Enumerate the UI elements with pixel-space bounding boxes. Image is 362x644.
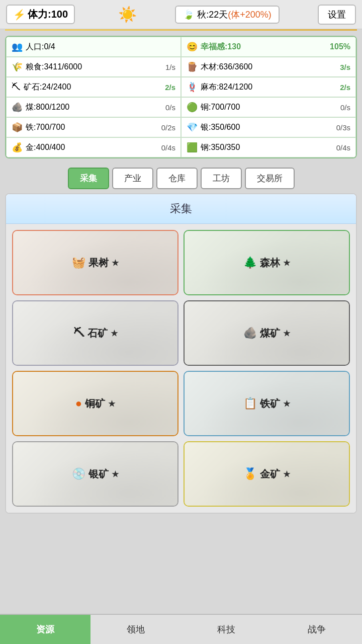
- card-copper[interactable]: ● 铜矿 ★: [12, 371, 178, 436]
- population-icon: 👥: [12, 41, 23, 52]
- population-value: 人口:0/4: [26, 42, 55, 52]
- card-iron[interactable]: 📋 铁矿 ★: [184, 371, 350, 436]
- yellow-divider: [5, 29, 357, 31]
- ore-value: 矿石:24/2400: [24, 82, 71, 93]
- copper-value: 铜:700/700: [201, 102, 240, 113]
- top-bar: ⚡ 体力 : 100 ☀️ 🍃 秋:22天 (体+200%) 设置: [0, 0, 362, 29]
- tab-bar: 采集 产业 仓库 工坊 交易所: [5, 168, 357, 189]
- forest-icon: 🌲: [243, 256, 257, 269]
- gold-card-icon: 🏅: [243, 467, 257, 480]
- bottom-nav: 资源 领地 科技 战争: [0, 614, 362, 644]
- season-bonus: (体+200%): [228, 9, 272, 21]
- iron-cell: 📦 铁:700/700 0/2s: [6, 117, 181, 137]
- silver-card-icon: 💿: [72, 467, 85, 480]
- coal-cell: 🪨 煤:800/1200 0/s: [6, 97, 181, 117]
- tab-exchange[interactable]: 交易所: [245, 168, 295, 189]
- main-content: 采集 🧺 果树 ★ 🌲 森林 ★ ⛏: [5, 193, 357, 514]
- wood-rate: 3/s: [340, 63, 350, 71]
- card-forest[interactable]: 🌲 森林 ★: [184, 230, 350, 295]
- happiness-icon: 😊: [187, 41, 198, 52]
- season-icon: 🍃: [183, 9, 194, 20]
- gold-value: 金:400/400: [26, 142, 65, 153]
- wood-cell: 🪵 木材:636/3600 3/s: [181, 57, 356, 77]
- cloth-cell: 🪢 麻布:824/1200 2/s: [181, 77, 356, 97]
- tab-industry[interactable]: 产业: [112, 168, 153, 189]
- silver-rate: 0/3s: [336, 123, 350, 132]
- card-copper-label: ● 铜矿 ★: [75, 397, 115, 411]
- copper-icon: 🟢: [187, 102, 198, 113]
- silver-value: 银:350/600: [201, 122, 240, 133]
- steel-icon: 🟩: [187, 142, 198, 153]
- ore-cell: ⛏ 矿石:24/2400 2/s: [6, 77, 181, 97]
- stamina-sep: :: [48, 9, 51, 20]
- wood-icon: 🪵: [187, 61, 198, 72]
- nav-resources[interactable]: 资源: [0, 615, 90, 644]
- food-icon: 🌾: [12, 61, 23, 72]
- tab-warehouse[interactable]: 仓库: [156, 168, 198, 189]
- tab-collect[interactable]: 采集: [68, 168, 109, 189]
- ore-icon: ⛏: [12, 82, 21, 93]
- coal-rate: 0/s: [165, 103, 175, 112]
- fruit-icon: 🧺: [72, 256, 85, 269]
- gold-rate: 0/4s: [161, 143, 175, 152]
- iron-icon: 📦: [12, 122, 23, 133]
- stats-panel: 👥 人口:0/4 😊 幸福感:130 105% 🌾 粮食:3411/6000 1…: [5, 36, 357, 158]
- coal-value: 煤:800/1200: [26, 102, 69, 113]
- iron-card-icon: 📋: [243, 397, 257, 410]
- cloth-icon: 🪢: [187, 82, 198, 93]
- cloth-value: 麻布:824/1200: [201, 82, 252, 93]
- iron-rate: 0/2s: [161, 123, 175, 132]
- stamina-label: 体力: [28, 8, 48, 21]
- steel-cell: 🟩 钢:350/350 0/4s: [181, 137, 356, 157]
- happiness-value: 幸福感:130: [201, 42, 241, 52]
- season-text: 秋:22天: [197, 9, 228, 21]
- cards-grid: 🧺 果树 ★ 🌲 森林 ★ ⛏ 石矿 ★: [6, 224, 356, 513]
- sun-icon: ☀️: [118, 6, 137, 23]
- copper-card-icon: ●: [75, 397, 82, 410]
- silver-cell: 💎 银:350/600 0/3s: [181, 117, 356, 137]
- card-stone-label: ⛏ 石矿 ★: [73, 327, 118, 340]
- nav-tech[interactable]: 科技: [181, 615, 272, 644]
- population-cell: 👥 人口:0/4: [6, 37, 181, 57]
- copper-rate: 0/s: [340, 103, 350, 112]
- card-silver[interactable]: 💿 银矿 ★: [12, 441, 178, 507]
- gold-cell: 💰 金:400/400 0/4s: [6, 137, 181, 157]
- settings-button[interactable]: 设置: [318, 5, 356, 25]
- card-silver-label: 💿 银矿 ★: [72, 467, 119, 481]
- season-box: 🍃 秋:22天 (体+200%): [175, 6, 280, 24]
- card-gold-label: 🏅 金矿 ★: [243, 467, 290, 481]
- happiness-cell: 😊 幸福感:130 105%: [181, 37, 356, 57]
- card-coal[interactable]: 🪨 煤矿 ★: [184, 300, 350, 366]
- copper-cell: 🟢 铜:700/700 0/s: [181, 97, 356, 117]
- card-iron-label: 📋 铁矿 ★: [243, 397, 290, 411]
- steel-rate: 0/4s: [336, 143, 350, 152]
- content-header: 采集: [6, 194, 356, 224]
- stamina-box: ⚡ 体力 : 100: [6, 5, 75, 24]
- iron-value: 铁:700/700: [26, 122, 65, 133]
- food-rate: 1/s: [165, 63, 175, 71]
- card-fruit-label: 🧺 果树 ★: [72, 256, 119, 270]
- tab-workshop[interactable]: 工坊: [201, 168, 242, 189]
- silver-icon: 💎: [187, 122, 198, 133]
- gold-icon: 💰: [12, 142, 23, 153]
- nav-war[interactable]: 战争: [272, 615, 362, 644]
- coal-icon: 🪨: [12, 102, 23, 113]
- stats-grid: 👥 人口:0/4 😊 幸福感:130 105% 🌾 粮食:3411/6000 1…: [6, 37, 356, 157]
- stone-icon: ⛏: [73, 327, 84, 340]
- card-fruit[interactable]: 🧺 果树 ★: [12, 230, 178, 295]
- food-cell: 🌾 粮食:3411/6000 1/s: [6, 57, 181, 77]
- ore-rate: 2/s: [165, 83, 175, 92]
- steel-value: 钢:350/350: [201, 142, 240, 153]
- wood-value: 木材:636/3600: [201, 62, 252, 72]
- card-forest-label: 🌲 森林 ★: [243, 256, 290, 270]
- coal-card-icon: 🪨: [243, 327, 257, 340]
- card-gold[interactable]: 🏅 金矿 ★: [184, 441, 350, 507]
- nav-territory[interactable]: 领地: [90, 615, 181, 644]
- food-value: 粮食:3411/6000: [26, 62, 82, 72]
- happiness-pct: 105%: [330, 42, 350, 51]
- card-stone[interactable]: ⛏ 石矿 ★: [12, 300, 178, 366]
- stamina-value: 100: [51, 9, 68, 20]
- card-coal-label: 🪨 煤矿 ★: [243, 327, 290, 340]
- cloth-rate: 2/s: [340, 83, 350, 92]
- stamina-icon: ⚡: [13, 9, 26, 21]
